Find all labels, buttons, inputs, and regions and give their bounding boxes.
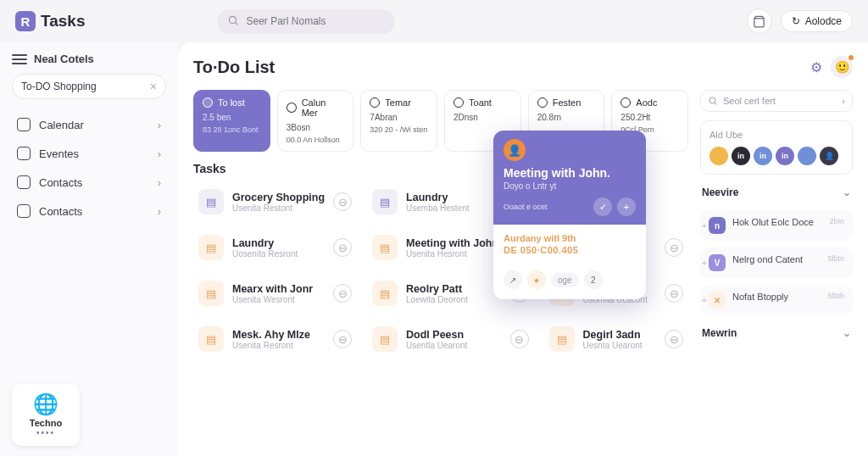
task-item[interactable]: ▤LaundryUosenita Resront⊖ [193,228,357,267]
techno-card[interactable]: 🌐 Techno •••• [12,384,80,446]
news-badge: n [709,217,726,234]
task-popup: 👤 Meeting with John. Doyo o Lntr yt Ooao… [493,131,646,299]
nav-label: Contacts [39,205,82,218]
globe-icon: 🌐 [20,392,71,416]
day-card[interactable]: To lost2.5 ben83 28 1onc Bont [193,90,270,152]
day-sub: 7Abran [370,113,428,122]
task-action-icon[interactable]: ⊖ [333,330,352,348]
expand-icon[interactable]: ↗ [504,270,522,289]
news-time: 2bIn [829,217,844,225]
popup-body-line1: Aurdany witl 9th [504,233,636,243]
task-action-icon[interactable]: ⊖ [333,192,352,211]
nav-item[interactable]: Calendar› [12,111,166,138]
square-icon [17,118,31,131]
cart-icon[interactable] [747,8,772,34]
avatar[interactable]: 👤 [820,147,838,165]
task-action-icon[interactable]: ⊖ [333,284,352,303]
task-sub: Usenita Hesront [406,249,502,259]
news-time: 5lbth [827,292,844,300]
top-action-button[interactable]: ↻ Aolodce [781,10,853,32]
task-action-icon[interactable]: ⊖ [665,284,683,303]
add-members-card: Ald Ube ininin👤 [700,120,853,175]
chevron-right-icon: › [842,96,845,106]
day-label: Toant [469,97,492,108]
square-icon [17,204,31,218]
chevron-right-icon: › [158,176,161,189]
nav-item[interactable]: Contacts› [12,169,166,196]
task-name: Reolry Patt [406,283,502,295]
global-search-input[interactable] [246,15,385,27]
person-icon: 👤 [504,139,526,161]
plus-icon[interactable]: + [617,197,636,216]
search-icon [227,14,239,29]
svg-point-0 [230,16,236,23]
news-item[interactable]: +✕Nofat Btopply5lbth [700,285,853,315]
techno-dots: •••• [20,428,71,437]
logo-badge: R [15,11,36,31]
section-neevire[interactable]: Neevire ⌄ [700,183,853,202]
nav-item[interactable]: Eventes› [12,140,166,167]
task-icon: ▤ [198,189,224,214]
avatar[interactable]: in [776,147,794,165]
task-item[interactable]: ▤Mesk. Ahy MlzeUsenita Resront⊖ [193,320,357,359]
chevron-down-icon: ⌄ [843,186,851,198]
day-label: To lost [218,97,245,108]
circle-icon [620,97,631,108]
menu-icon[interactable] [12,54,27,64]
news-item[interactable]: +nHok Olut Eolc Doce2bIn [700,210,853,241]
task-action-icon[interactable]: ⊖ [333,238,352,257]
popup-foot-label[interactable]: oge [551,273,579,287]
task-action-icon[interactable]: ⊖ [510,330,529,348]
check-icon[interactable]: ✓ [593,197,612,216]
square-icon [17,147,31,160]
task-sub: Usenita Restont [232,203,325,213]
task-name: Dodl Peesn [406,329,502,341]
task-sub: Uosenita Resront [232,249,325,259]
section-mewrin[interactable]: Mewrin ⌄ [700,324,853,342]
popup-title: Meeting with John. [504,166,636,180]
sidebar: Neal Cotels To-DO Shopping × Calendar›Ev… [0,42,178,456]
day-card[interactable]: Temar7Abran320 20 - /Wi sten [360,90,437,152]
task-item[interactable]: ▤Mearx with JonrUsenita Wesront⊖ [193,274,357,313]
day-sub: 2.5 ben [203,113,261,122]
plus-icon: + [702,296,707,305]
avatar[interactable]: in [732,147,750,165]
plus-icon: + [702,259,707,268]
avatar[interactable] [798,147,816,165]
task-item[interactable]: ▤Grocery ShoppingUsenita Restont⊖ [193,182,357,221]
user-avatar[interactable]: 🙂 [831,56,853,78]
clear-icon[interactable]: × [150,80,157,93]
task-item[interactable]: ▤Degirl 3adnUesnta Uearont⊖ [544,320,688,359]
task-sub: Usenita Resront [232,341,325,350]
circle-icon [203,97,213,108]
avatar[interactable] [709,147,728,165]
sidebar-filter[interactable]: To-DO Shopping × [12,74,166,99]
global-search[interactable] [217,9,395,34]
day-detail: 00.0 An Hollson [287,136,345,144]
task-icon: ▤ [198,235,224,260]
sidebar-filter-text: To-DO Shopping [21,81,97,92]
techno-label: Techno [20,418,71,428]
popup-foot-num[interactable]: 2 [584,270,603,289]
task-action-icon[interactable]: ⊖ [665,330,683,348]
right-panel: Seol cerl fert › Ald Ube ininin👤 Neevire… [700,90,853,442]
logo: R Tasks [15,11,85,31]
day-card[interactable]: Calun Mer3Bosn00.0 An Hollson [277,90,354,152]
task-name: Meeting with John. [406,237,502,249]
task-sub: Usentla Uearont [406,341,502,350]
task-action-icon[interactable]: ⊖ [665,238,683,257]
task-item[interactable]: ▤Dodl PeesnUsentla Uearont⊖ [367,320,534,359]
dot-icon[interactable]: ● [527,270,546,289]
avatar[interactable]: in [754,147,772,165]
news-item[interactable]: +VNelrg ond Catent5lbtn [700,247,853,278]
nav-item[interactable]: Contacts› [12,197,166,225]
circle-icon [370,97,380,108]
right-search-text: Seol cerl fert [723,96,776,106]
popup-action-label: Ooaot e ocet [504,203,588,211]
day-label: Aodc [636,97,657,108]
gear-icon[interactable]: ⚙ [810,59,822,75]
task-sub: Usenita Wesront [232,295,325,304]
right-search[interactable]: Seol cerl fert › [700,90,853,112]
task-name: Laundry [406,192,502,203]
task-name: Mesk. Ahy Mlze [232,329,325,341]
